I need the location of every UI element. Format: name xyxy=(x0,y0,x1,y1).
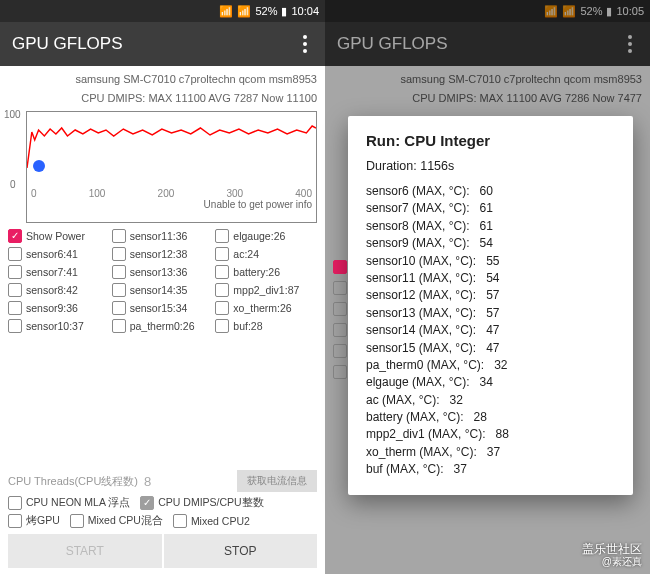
checkbox-label: buf:28 xyxy=(233,320,262,332)
sensor-result-row: sensor14 (MAX, °C): 47 xyxy=(366,322,615,339)
sensor-checkbox[interactable]: sensor6:41 xyxy=(8,247,110,261)
dmips-chart: 0100200300400 Unable to get power info xyxy=(26,111,317,223)
checkbox-box[interactable] xyxy=(8,319,22,333)
bake-gpu-checkbox[interactable] xyxy=(8,514,22,528)
dmips-label: CPU DMIPS/CPU整数 xyxy=(158,496,263,510)
sensor-result-row: ac (MAX, °C): 32 xyxy=(366,392,615,409)
bake-label: 烤GPU xyxy=(26,514,60,528)
checkbox-box[interactable] xyxy=(112,247,126,261)
checkbox-box[interactable] xyxy=(112,283,126,297)
mixed2-label: Mixed CPU2 xyxy=(191,515,250,527)
checkbox-box[interactable] xyxy=(215,247,229,261)
chart-start-marker xyxy=(33,160,45,172)
signal-icon: 📶 xyxy=(237,5,251,18)
sensor-result-row: sensor11 (MAX, °C): 54 xyxy=(366,270,615,287)
battery-icon: ▮ xyxy=(281,5,287,18)
checkbox-box[interactable] xyxy=(8,247,22,261)
sensor-checkbox[interactable]: sensor12:38 xyxy=(112,247,214,261)
get-current-button[interactable]: 获取电流信息 xyxy=(237,470,317,492)
sensor-checkbox[interactable]: battery:26 xyxy=(215,265,317,279)
sensor-checkbox[interactable]: pa_therm0:26 xyxy=(112,319,214,333)
checkbox-box[interactable] xyxy=(112,229,126,243)
checkbox-label: elgauge:26 xyxy=(233,230,285,242)
checkbox-label: xo_therm:26 xyxy=(233,302,291,314)
checkbox-box[interactable] xyxy=(215,265,229,279)
sensor-result-row: sensor9 (MAX, °C): 54 xyxy=(366,235,615,252)
sensor-checkbox[interactable]: sensor10:37 xyxy=(8,319,110,333)
watermark-sub: @素还真 xyxy=(582,556,642,568)
checkbox-label: sensor8:42 xyxy=(26,284,78,296)
sensor-checkbox[interactable]: sensor7:41 xyxy=(8,265,110,279)
sensor-result-row: xo_therm (MAX, °C): 37 xyxy=(366,444,615,461)
results-dialog: Run: CPU Integer Duration: 1156s sensor6… xyxy=(348,116,633,495)
checkbox-label: ac:24 xyxy=(233,248,259,260)
checkbox-label: sensor7:41 xyxy=(26,266,78,278)
watermark: 盖乐世社区 @素还真 xyxy=(582,542,642,568)
sensor-result-row: sensor10 (MAX, °C): 55 xyxy=(366,253,615,270)
sensor-checkbox[interactable]: buf:28 xyxy=(215,319,317,333)
mixed-cpu-checkbox[interactable] xyxy=(70,514,84,528)
checkbox-box[interactable] xyxy=(215,301,229,315)
checkbox-box[interactable] xyxy=(8,265,22,279)
sensor-checkbox[interactable]: mpp2_div1:87 xyxy=(215,283,317,297)
neon-checkbox[interactable] xyxy=(8,496,22,510)
sensor-checkbox[interactable]: xo_therm:26 xyxy=(215,301,317,315)
sensor-checkbox[interactable]: sensor11:36 xyxy=(112,229,214,243)
checkbox-label: sensor11:36 xyxy=(130,230,188,242)
power-note: Unable to get power info xyxy=(27,199,316,210)
sensor-result-row: sensor7 (MAX, °C): 61 xyxy=(366,200,615,217)
checkbox-box[interactable] xyxy=(112,319,126,333)
sensor-checkbox[interactable]: Show Power xyxy=(8,229,110,243)
stop-button[interactable]: STOP xyxy=(164,534,318,568)
sensor-result-row: sensor8 (MAX, °C): 61 xyxy=(366,218,615,235)
dmips-checkbox[interactable] xyxy=(140,496,154,510)
sensor-checkbox[interactable]: sensor8:42 xyxy=(8,283,110,297)
checkbox-label: sensor9:36 xyxy=(26,302,78,314)
checkbox-label: sensor10:37 xyxy=(26,320,84,332)
y-tick-0: 0 xyxy=(10,179,16,190)
sensor-result-row: battery (MAX, °C): 28 xyxy=(366,409,615,426)
checkbox-label: mpp2_div1:87 xyxy=(233,284,299,296)
x-axis-labels: 0100200300400 xyxy=(27,188,316,199)
checkbox-label: battery:26 xyxy=(233,266,280,278)
mixed-cpu2-checkbox[interactable] xyxy=(173,514,187,528)
sensor-checkbox-grid: Show Powersensor6:41sensor7:41sensor8:42… xyxy=(8,229,317,464)
right-checks-peek xyxy=(333,260,345,386)
dialog-duration: Duration: 1156s xyxy=(366,159,615,173)
signal-icon: 📶 xyxy=(219,5,233,18)
checkbox-label: sensor6:41 xyxy=(26,248,78,260)
app-title: GPU GFLOPS xyxy=(12,34,123,54)
device-info: samsung SM-C7010 c7proltechn qcom msm895… xyxy=(8,72,317,87)
checkbox-box[interactable] xyxy=(112,301,126,315)
start-button[interactable]: START xyxy=(8,534,162,568)
clock-text: 10:04 xyxy=(291,5,319,17)
checkbox-box[interactable] xyxy=(8,301,22,315)
sensor-checkbox[interactable]: sensor15:34 xyxy=(112,301,214,315)
threads-value[interactable]: 8 xyxy=(144,474,151,489)
checkbox-box[interactable] xyxy=(8,283,22,297)
sensor-checkbox[interactable]: ac:24 xyxy=(215,247,317,261)
status-bar: 📶 📶 52% ▮ 10:04 xyxy=(0,0,325,22)
sensor-result-row: pa_therm0 (MAX, °C): 32 xyxy=(366,357,615,374)
checkbox-box[interactable] xyxy=(215,319,229,333)
sensor-checkbox[interactable]: sensor13:36 xyxy=(112,265,214,279)
checkbox-label: sensor15:34 xyxy=(130,302,188,314)
battery-text: 52% xyxy=(255,5,277,17)
sensor-result-row: sensor13 (MAX, °C): 57 xyxy=(366,305,615,322)
watermark-main: 盖乐世社区 xyxy=(582,542,642,556)
sensor-checkbox[interactable]: sensor14:35 xyxy=(112,283,214,297)
overflow-menu-icon[interactable] xyxy=(297,29,313,59)
sensor-checkbox[interactable]: elgauge:26 xyxy=(215,229,317,243)
checkbox-box[interactable] xyxy=(112,265,126,279)
checkbox-label: pa_therm0:26 xyxy=(130,320,195,332)
neon-label: CPU NEON MLA 浮点 xyxy=(26,496,130,510)
sensor-result-row: sensor6 (MAX, °C): 60 xyxy=(366,183,615,200)
y-tick-100: 100 xyxy=(4,109,21,120)
dialog-title: Run: CPU Integer xyxy=(366,132,615,149)
sensor-result-row: elgauge (MAX, °C): 34 xyxy=(366,374,615,391)
checkbox-box[interactable] xyxy=(215,229,229,243)
checkbox-box[interactable] xyxy=(215,283,229,297)
checkbox-label: sensor12:38 xyxy=(130,248,188,260)
sensor-checkbox[interactable]: sensor9:36 xyxy=(8,301,110,315)
checkbox-box[interactable] xyxy=(8,229,22,243)
